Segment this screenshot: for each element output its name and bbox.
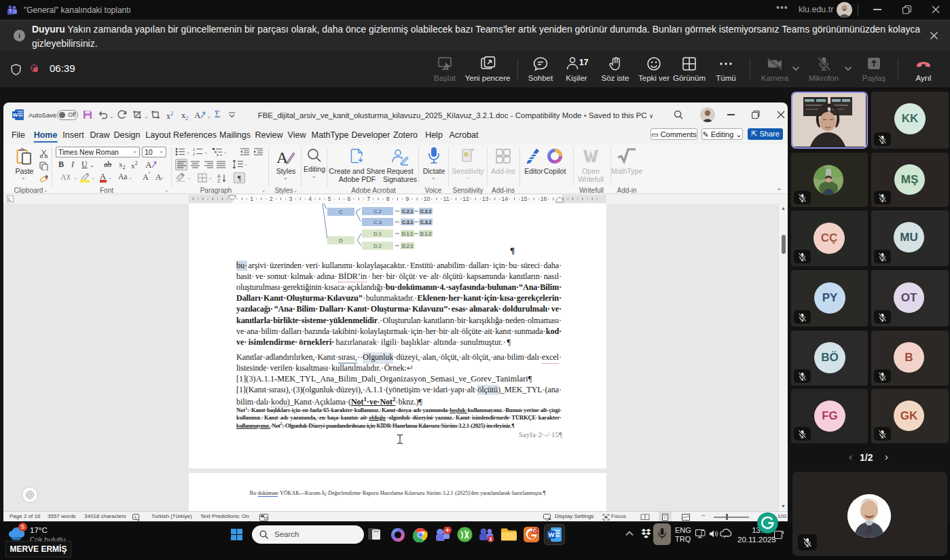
svg-text:15: 15 (521, 195, 528, 202)
svg-text:8: 8 (386, 195, 390, 202)
svg-text:W: W (549, 531, 555, 538)
svg-text:A: A (60, 172, 67, 181)
svg-text:4: 4 (308, 195, 312, 202)
svg-text:1: 1 (250, 195, 253, 202)
svg-text:3: 3 (289, 195, 293, 202)
svg-text:14: 14 (501, 195, 508, 202)
svg-text:13: 13 (482, 195, 489, 202)
svg-text:A: A (194, 110, 201, 120)
svg-text:16: 16 (541, 195, 547, 202)
svg-text:17: 17 (579, 58, 589, 67)
svg-text:C.2.1: C.2.1 (402, 209, 414, 214)
svg-text:7: 7 (367, 195, 370, 202)
svg-text:A: A (134, 515, 137, 519)
svg-text:10: 10 (424, 195, 431, 202)
svg-text:C.2.2: C.2.2 (420, 209, 432, 214)
svg-text:C.2: C.2 (373, 208, 382, 214)
svg-text:A: A (217, 174, 221, 179)
svg-text:D.2: D.2 (373, 243, 382, 249)
svg-text:C: C (339, 209, 343, 215)
svg-text:C.3: C.3 (373, 219, 382, 225)
svg-text:C.3.2: C.3.2 (420, 220, 432, 225)
svg-text:2: 2 (193, 152, 195, 156)
svg-text:A: A (145, 160, 152, 170)
svg-text:9: 9 (406, 195, 409, 202)
svg-text:W: W (13, 112, 18, 118)
svg-text:C.3.1: C.3.1 (402, 220, 414, 225)
svg-text:6: 6 (348, 195, 351, 202)
svg-text:T: T (9, 9, 12, 14)
svg-text:D: D (339, 238, 343, 244)
svg-text:D.1.1: D.1.1 (402, 231, 414, 236)
svg-text:5: 5 (328, 195, 331, 202)
svg-text:12: 12 (462, 195, 469, 202)
svg-text:Z: Z (217, 179, 221, 183)
svg-text:1: 1 (193, 147, 195, 151)
svg-text:2: 2 (270, 195, 273, 202)
svg-text:D.2.1: D.2.1 (402, 244, 414, 248)
svg-text:11: 11 (443, 195, 450, 202)
svg-text:D.1.2: D.1.2 (420, 231, 432, 236)
svg-text:D.1: D.1 (373, 231, 382, 237)
